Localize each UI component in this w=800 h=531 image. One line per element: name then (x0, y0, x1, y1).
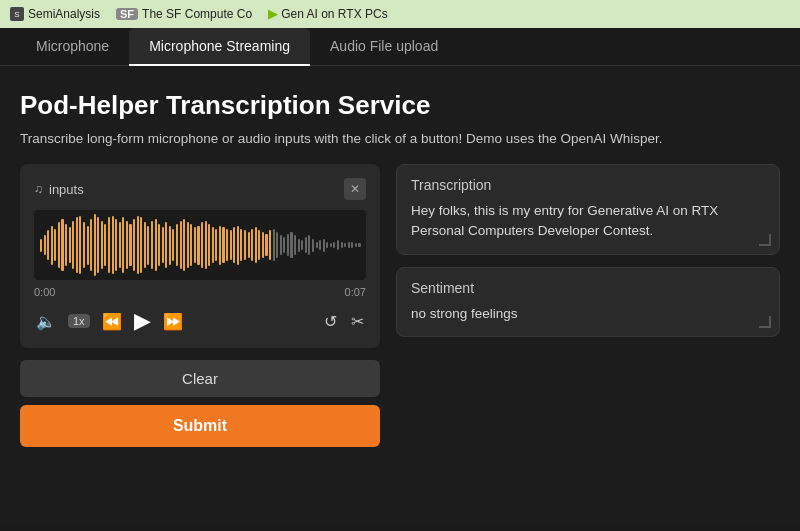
speed-badge[interactable]: 1x (68, 314, 90, 328)
cut-button[interactable]: ✂ (349, 310, 366, 333)
sentiment-box: Sentiment no strong feelings (396, 267, 780, 337)
fast-forward-button[interactable]: ⏩ (161, 310, 185, 333)
sf-label: The SF Compute Co (142, 7, 252, 21)
tab-microphone-streaming[interactable]: Microphone Streaming (129, 28, 310, 66)
audio-filename: inputs (49, 182, 84, 197)
nvidia-label: Gen AI on RTX PCs (281, 7, 388, 21)
clear-button[interactable]: Clear (20, 360, 380, 397)
tab-microphone[interactable]: Microphone (16, 28, 129, 66)
left-panel: ♫ inputs ✕ 0:00 0:07 🔈 (20, 164, 380, 447)
transcription-label: Transcription (411, 177, 765, 193)
waveform-bars (34, 210, 366, 280)
time-row: 0:00 0:07 (34, 286, 366, 298)
waveform-display (34, 210, 366, 280)
play-icon: ▶ (134, 308, 151, 334)
semi-label: SemiAnalysis (28, 7, 100, 21)
reloop-button[interactable]: ↺ (322, 310, 339, 333)
tab-bar: Microphone Microphone Streaming Audio Fi… (0, 28, 800, 66)
rewind-button[interactable]: ⏪ (100, 310, 124, 333)
music-icon: ♫ (34, 182, 43, 196)
rewind-icon: ⏪ (102, 312, 122, 331)
content-row: ♫ inputs ✕ 0:00 0:07 🔈 (20, 164, 780, 447)
transcription-box: Transcription Hey folks, this is my entr… (396, 164, 780, 255)
reloop-icon: ↺ (324, 312, 337, 331)
right-panel: Transcription Hey folks, this is my entr… (396, 164, 780, 447)
sentiment-label: Sentiment (411, 280, 765, 296)
audio-card-header: ♫ inputs ✕ (34, 178, 366, 200)
topbar-nvidia[interactable]: ▶ Gen AI on RTX PCs (268, 7, 388, 21)
svg-text:S: S (14, 10, 19, 19)
page-title: Pod-Helper Transcription Service (20, 90, 780, 121)
semi-icon: S (10, 7, 24, 21)
submit-button[interactable]: Submit (20, 405, 380, 447)
nvidia-icon: ▶ (268, 7, 277, 21)
fast-forward-icon: ⏩ (163, 312, 183, 331)
page-description: Transcribe long-form microphone or audio… (20, 131, 780, 146)
main-content: Pod-Helper Transcription Service Transcr… (0, 66, 800, 524)
tab-audio-file-upload[interactable]: Audio File upload (310, 28, 458, 66)
controls-row: 🔈 1x ⏪ ▶ ⏩ ↺ (34, 308, 366, 334)
time-total: 0:07 (345, 286, 366, 298)
cut-icon: ✂ (351, 312, 364, 331)
volume-button[interactable]: 🔈 (34, 310, 58, 333)
topbar-semi[interactable]: S SemiAnalysis (10, 7, 100, 21)
play-button[interactable]: ▶ (134, 308, 151, 334)
sf-badge: SF (116, 8, 138, 20)
time-current: 0:00 (34, 286, 55, 298)
topbar: S SemiAnalysis SF The SF Compute Co ▶ Ge… (0, 0, 800, 28)
audio-card: ♫ inputs ✕ 0:00 0:07 🔈 (20, 164, 380, 348)
close-button[interactable]: ✕ (344, 178, 366, 200)
volume-icon: 🔈 (36, 312, 56, 331)
transcription-text: Hey folks, this is my entry for Generati… (411, 201, 765, 242)
sentiment-text: no strong feelings (411, 304, 765, 324)
topbar-sf[interactable]: SF The SF Compute Co (116, 7, 252, 21)
audio-card-title: ♫ inputs (34, 182, 84, 197)
